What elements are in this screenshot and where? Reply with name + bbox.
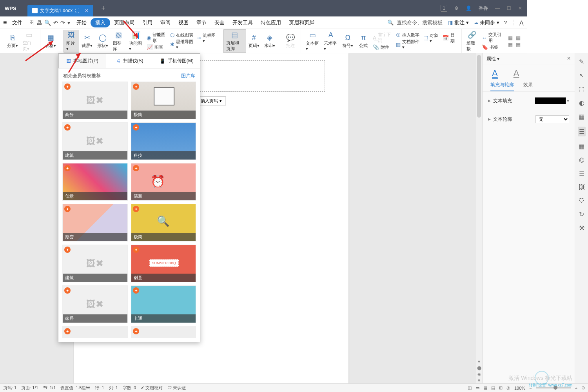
image-card[interactable]: ✦科技	[131, 122, 196, 160]
image-card[interactable]: ✦创意	[62, 163, 128, 201]
smart-graphic-button[interactable]: ◉智能图形	[147, 32, 167, 44]
undo-icon[interactable]: ↶	[53, 20, 58, 26]
grid2-icon[interactable]: ▦	[508, 42, 513, 47]
image-card[interactable]: ✦创意	[131, 245, 196, 282]
menu-special[interactable]: 特色应用	[257, 18, 285, 28]
grid1-icon[interactable]: ▦	[508, 35, 513, 41]
flowchart-button[interactable]: ⇢流程图 ▾	[197, 33, 216, 44]
maximize-icon[interactable]: ☐	[507, 5, 511, 11]
image-grid: ✦🖼✖商务✦极简✦🖼✖建筑✦科技✦创意✦清新✦渐变✦极简✦🖼✖建筑✦创意✦🖼✖家…	[58, 82, 200, 342]
print-preview-icon[interactable]: 🔍	[44, 20, 51, 26]
sync-toggle[interactable]: ☁ 未同步 ▾	[474, 19, 499, 26]
menu-start[interactable]: 开始	[73, 18, 91, 28]
menu-devtools[interactable]: 开发工具	[229, 18, 257, 28]
textbox-button[interactable]: ▭文本框▾	[303, 30, 322, 52]
image-library-link[interactable]: 图片库	[181, 73, 195, 79]
crossref-button[interactable]: ↔交叉引用	[482, 32, 503, 44]
image-card[interactable]: ✦🖼✖建筑	[62, 122, 128, 160]
menu-section[interactable]: 章节	[192, 18, 211, 28]
formula-button[interactable]: π公式	[356, 33, 371, 49]
attachment-button[interactable]: 📎附件	[373, 44, 393, 50]
menu-review[interactable]: 审阅	[156, 18, 174, 28]
comment-button[interactable]: 💬批注	[283, 33, 298, 49]
scanner-tab[interactable]: 🖨扫描仪(S)	[106, 54, 153, 68]
header-footer-button[interactable]: ▤页眉和页脚	[223, 29, 246, 53]
redo-icon[interactable]: ↷	[60, 20, 65, 26]
divider: ┊	[512, 20, 515, 25]
text-fill-mode-icon[interactable]: A	[492, 68, 498, 79]
premium-badge-icon: ✦	[133, 83, 139, 90]
menu-view[interactable]: 视图	[174, 18, 192, 28]
collapse-ribbon-icon[interactable]: ⋀	[519, 20, 524, 25]
online-chart-button[interactable]: ⬡在线图表	[170, 32, 194, 38]
search-placeholder[interactable]: 查找命令、搜索模板	[397, 19, 443, 26]
doc-parts-button[interactable]: ▥文档部件 ▾	[396, 39, 420, 50]
card-caption: 清新	[131, 192, 196, 200]
dropcap-button[interactable]: A͟首字下沉	[373, 32, 393, 44]
panel-title[interactable]: 属性 ▾	[486, 56, 499, 62]
help-icon[interactable]: ?	[504, 20, 507, 25]
user-name[interactable]: 香香	[479, 5, 488, 12]
chart-button[interactable]: 📈图表	[147, 44, 167, 50]
menu-insert[interactable]: 插入	[91, 18, 110, 27]
search-icon[interactable]: 🔍	[387, 20, 394, 25]
text-outline-row[interactable]: ▶ 文本轮廓 无	[483, 110, 527, 129]
mobile-icon: 📱	[160, 58, 165, 64]
image-card[interactable]: ✦🖼✖建筑	[62, 245, 128, 282]
premium-badge-icon: ✦	[64, 165, 71, 171]
image-card[interactable]: ✦渐变	[62, 204, 128, 241]
file-menu[interactable]: 文件	[8, 18, 26, 28]
close-icon[interactable]: ✕	[518, 5, 522, 11]
image-card[interactable]: ✦🖼✖家居	[62, 285, 128, 323]
minimize-icon[interactable]: —	[495, 5, 500, 11]
object-button[interactable]: ⬚对象 ▾	[423, 33, 440, 44]
image-card[interactable]: ✦🖼✖商务	[62, 82, 128, 119]
menu-security[interactable]: 安全	[211, 18, 229, 28]
menubar: ≡ 文件 🗄 🖶 🔍 ↶ ↷ ▾ 开始 插入 页面布局 引用 审阅 视图 章节 …	[0, 16, 527, 29]
card-caption: 科技	[131, 151, 196, 160]
avatar-icon[interactable]: 👤	[466, 5, 472, 11]
scroll-thumb[interactable]	[477, 55, 481, 118]
tab-add-button[interactable]: +	[101, 4, 105, 13]
shapes-button[interactable]: ◯形状▾	[95, 33, 111, 49]
symbol-button[interactable]: Ω符号▾	[340, 33, 356, 49]
tab-close-icon[interactable]: ✕	[85, 8, 89, 13]
annotate-toggle[interactable]: ◨ 批注 ▾	[448, 19, 468, 26]
text-fill-row[interactable]: ▶ 文本填充 ▾	[483, 92, 527, 110]
settings-icon[interactable]: ⚙	[454, 5, 459, 11]
image-card[interactable]: ✦清新	[131, 163, 196, 201]
card-caption: 卡通	[131, 314, 196, 323]
mindmap-button[interactable]: ✱思维导图 ▾	[170, 39, 194, 50]
grid3-icon[interactable]: ▦	[516, 35, 521, 41]
save-icon[interactable]: 🗄	[29, 20, 34, 26]
hyperlink-button[interactable]: 🔗超链接	[464, 30, 480, 53]
effect-tab[interactable]: 效果	[523, 82, 527, 91]
watermark-button[interactable]: ◈水印▾	[262, 33, 278, 49]
premium-badge-icon: ✦	[64, 124, 71, 131]
badge-icon[interactable]: 1	[441, 5, 447, 12]
hamburger-icon[interactable]: ≡	[3, 19, 7, 26]
wordart-button[interactable]: A艺术字▾	[321, 30, 340, 52]
image-card[interactable]: ✦	[62, 326, 128, 338]
image-card[interactable]: ✦	[131, 326, 196, 338]
card-caption: 极简	[131, 111, 196, 119]
print-icon[interactable]: 🖶	[36, 20, 42, 26]
image-card[interactable]: ✦极简	[131, 82, 196, 119]
grid4-icon[interactable]: ▦	[516, 42, 521, 47]
bookmark-button[interactable]: 🔖书签	[482, 44, 503, 50]
image-card[interactable]: ✦卡通	[131, 285, 196, 323]
image-card[interactable]: ✦极简	[131, 204, 196, 241]
text-effect-mode-icon[interactable]: A	[514, 68, 519, 79]
document-tab[interactable]: 文字文稿1.docx ⛶ ✕	[27, 5, 93, 16]
insert-number-button[interactable]: ①插入数字	[396, 32, 420, 38]
menu-header-footer[interactable]: 页眉和页脚	[285, 18, 318, 28]
insert-page-number-hint[interactable]: 插入页码 ▾	[196, 96, 226, 105]
page-break-button[interactable]: ⎘分页▾	[5, 33, 20, 49]
more-qa-icon[interactable]: ▾	[67, 20, 70, 26]
page-number-button[interactable]: #页码▾	[246, 33, 262, 49]
vertical-scrollbar[interactable]: ▲ ▼ ⬤ ◉ ▼	[476, 53, 482, 351]
fill-outline-tab[interactable]: 填充与轮廓	[490, 82, 514, 91]
screenshot-button[interactable]: ✂截屏▾	[79, 33, 95, 49]
mobile-upload-tab[interactable]: 📱手机传图(M)	[153, 54, 200, 68]
date-button[interactable]: 📅日期	[443, 32, 457, 44]
